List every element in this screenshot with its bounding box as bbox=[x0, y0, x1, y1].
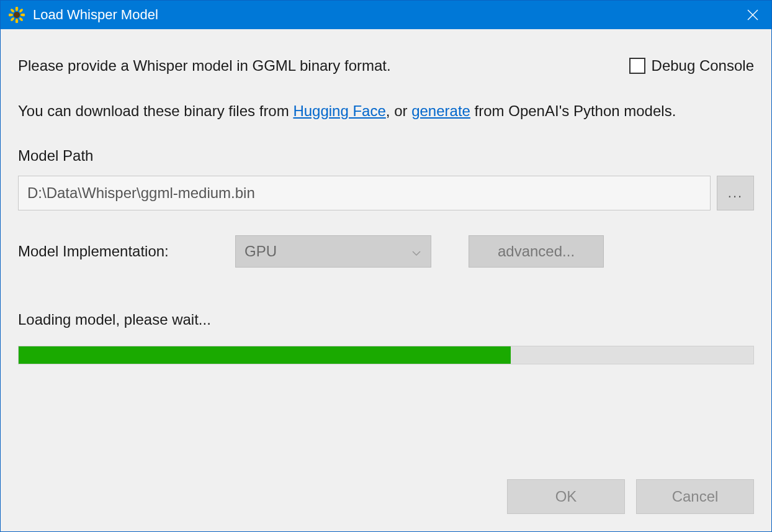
progress-bar bbox=[18, 346, 754, 364]
svg-point-4 bbox=[20, 14, 25, 16]
help-text: You can download these binary files from… bbox=[18, 99, 754, 122]
model-implementation-select[interactable]: GPU bbox=[235, 235, 431, 268]
prompt-text: Please provide a Whisper model in GGML b… bbox=[18, 57, 391, 74]
model-path-label: Model Path bbox=[18, 147, 754, 165]
debug-console-label: Debug Console bbox=[652, 57, 754, 74]
chevron-down-icon bbox=[412, 243, 421, 260]
status-text: Loading model, please wait... bbox=[18, 311, 754, 328]
advanced-button[interactable]: advanced... bbox=[469, 235, 604, 268]
debug-console-checkbox[interactable]: Debug Console bbox=[629, 57, 754, 74]
titlebar: Load Whisper Model bbox=[1, 1, 771, 29]
ok-button[interactable]: OK bbox=[507, 479, 625, 514]
svg-point-2 bbox=[16, 19, 18, 23]
app-icon bbox=[8, 6, 25, 24]
dialog-content: Please provide a Whisper model in GGML b… bbox=[1, 29, 771, 531]
window-title: Load Whisper Model bbox=[33, 7, 734, 23]
progress-fill bbox=[19, 346, 511, 364]
model-path-input[interactable] bbox=[18, 176, 711, 210]
svg-point-7 bbox=[10, 17, 15, 22]
svg-point-5 bbox=[10, 8, 15, 13]
svg-point-8 bbox=[19, 17, 24, 22]
generate-link[interactable]: generate bbox=[411, 102, 470, 119]
checkbox-box[interactable] bbox=[629, 58, 645, 74]
svg-point-3 bbox=[9, 14, 13, 16]
svg-point-0 bbox=[14, 12, 20, 18]
svg-point-6 bbox=[19, 8, 24, 13]
model-implementation-value: GPU bbox=[245, 243, 277, 260]
svg-point-1 bbox=[16, 7, 18, 11]
hugging-face-link[interactable]: Hugging Face bbox=[293, 102, 385, 119]
browse-button[interactable]: ... bbox=[717, 176, 754, 210]
dialog-window: Load Whisper Model Please provide a Whis… bbox=[0, 0, 772, 532]
cancel-button[interactable]: Cancel bbox=[636, 479, 754, 514]
close-button[interactable] bbox=[734, 1, 771, 29]
model-implementation-label: Model Implementation: bbox=[18, 243, 217, 260]
